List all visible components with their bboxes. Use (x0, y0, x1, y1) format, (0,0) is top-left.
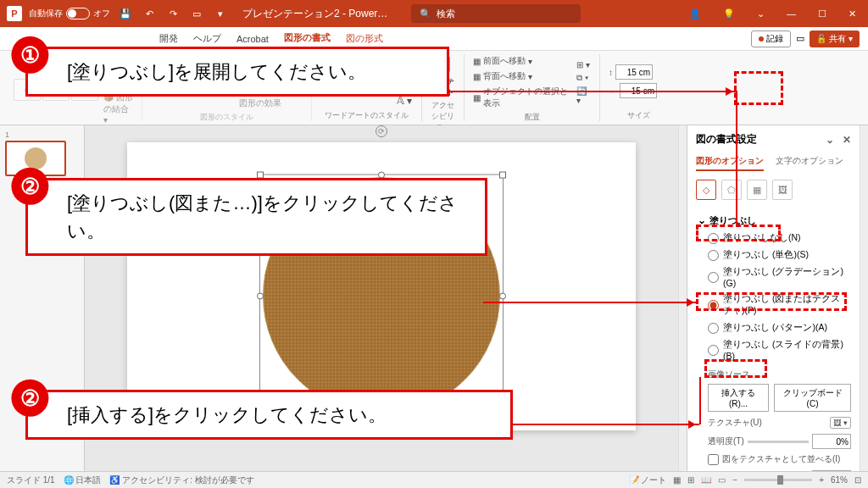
present-icon[interactable]: ▭ (796, 33, 804, 44)
title-bar: P 自動保存 オフ 💾 ↶ ↷ ▭ ▾ プレゼンテーション2 - Power… … (0, 0, 868, 27)
slideshow-icon[interactable]: ▭ (188, 5, 205, 22)
radio-picture-texture-fill[interactable]: 塗りつぶし (図またはテクスチャ)(P) (696, 291, 851, 319)
status-bar: スライド 1/1 🌐 日本語 ♿ アクセシビリティ: 検討が必要です 📝 ノート… (0, 471, 868, 488)
view-normal-icon[interactable]: ▦ (673, 475, 681, 485)
group-shape-styles: 図形のスタイル (149, 110, 304, 123)
rotate-handle[interactable]: ⟳ (376, 125, 387, 137)
resize-handle[interactable] (499, 172, 506, 179)
height-input[interactable] (615, 64, 653, 80)
tab-shape-options[interactable]: 図形のオプション (696, 155, 764, 171)
view-reading-icon[interactable]: 📖 (701, 475, 711, 485)
texture-label: テクスチャ(U) (708, 417, 762, 429)
accessibility-status[interactable]: ♿ アクセシビリティ: 検討が必要です (109, 474, 253, 486)
arrow-1-v (736, 91, 737, 226)
view-sorter-icon[interactable]: ⊞ (687, 475, 694, 485)
callout-1: ① [塗りつぶし]を展開してください。 (25, 47, 449, 97)
zoom-in-icon[interactable]: + (819, 475, 824, 485)
radio-gradient-fill[interactable]: 塗りつぶし (グラデーション)(G) (696, 263, 851, 291)
autosave-toggle[interactable]: 自動保存 オフ (29, 8, 110, 19)
zoom-slider[interactable] (744, 479, 812, 481)
tab-help[interactable]: ヘルプ (186, 29, 228, 48)
account-icon[interactable]: 👤 (684, 7, 706, 21)
callout-3: ② [挿入する]をクリックしてください。 (25, 390, 513, 440)
insert-button[interactable]: 挿入する(R)... (708, 384, 769, 412)
effects-icon[interactable]: ⬠ (721, 180, 742, 200)
more-icon[interactable]: ▾ (212, 5, 229, 22)
tab-text-options[interactable]: 文字のオプション (776, 155, 843, 171)
help-icon[interactable]: 💡 (718, 7, 740, 21)
tab-developer[interactable]: 開発 (153, 29, 185, 48)
group-arrange: 配置 (471, 110, 593, 123)
tab-acrobat[interactable]: Acrobat (230, 30, 275, 47)
search-box[interactable]: 🔍 検索 (411, 4, 581, 23)
pane-scrollbar[interactable] (860, 125, 868, 471)
arrow-2 (483, 302, 698, 303)
redo-icon[interactable]: ↷ (164, 5, 181, 22)
search-icon: 🔍 (420, 8, 431, 19)
image-source-label: 画像ソース (708, 369, 851, 380)
save-icon[interactable]: 💾 (117, 5, 134, 22)
search-placeholder: 検索 (437, 8, 455, 20)
zoom-level[interactable]: 61% (831, 475, 848, 485)
arrow-1 (445, 91, 737, 92)
radio-solid-fill[interactable]: 塗りつぶし (単色)(S) (696, 247, 851, 263)
group-size: サイズ (607, 108, 670, 121)
format-pane: 図の書式設定 ⌄✕ 図形のオプション 文字のオプション ◇ ⬠ ▦ 🖼 塗りつぶ… (687, 125, 860, 471)
resize-handle[interactable] (499, 293, 506, 300)
transparency-input[interactable] (812, 434, 851, 449)
fill-section-header[interactable]: 塗りつぶし (696, 212, 851, 230)
share-button[interactable]: 🔓 共有 ▾ (810, 30, 860, 47)
format-pane-title: 図の書式設定 (696, 132, 757, 147)
maximize-button[interactable]: ☐ (813, 7, 832, 21)
radio-no-fill[interactable]: 塗りつぶしなし(N) (696, 230, 851, 247)
callout-2: ② [塗りつぶし(図また…)]をクリックしてください。 (25, 178, 487, 256)
fit-icon[interactable]: ⊡ (854, 475, 861, 485)
transparency-label: 透明度(T) (708, 435, 744, 447)
pane-options-icon[interactable]: ⌄ (826, 134, 834, 146)
view-slideshow-icon[interactable]: ▭ (718, 475, 726, 485)
app-icon: P (7, 6, 22, 21)
picture-icon[interactable]: 🖼 (772, 180, 793, 200)
pane-close-icon[interactable]: ✕ (843, 134, 851, 146)
undo-icon[interactable]: ↶ (141, 5, 158, 22)
lang-indicator[interactable]: 🌐 日本語 (64, 474, 102, 486)
radio-pattern-fill[interactable]: 塗りつぶし (パターン)(A) (696, 319, 851, 336)
canvas-scrollbar[interactable] (678, 125, 687, 471)
tile-checkbox[interactable]: 図をテクスチャとして並べる(I) (708, 453, 851, 465)
document-title: プレゼンテーション2 - Power… (242, 7, 387, 21)
size-props-icon[interactable]: ▦ (747, 180, 767, 200)
clipboard-button[interactable]: クリップボード(C) (774, 384, 851, 412)
fill-line-icon[interactable]: ◇ (696, 180, 716, 200)
tab-picture-format[interactable]: 図の形式 (339, 29, 390, 48)
radio-slide-bg-fill[interactable]: 塗りつぶし (スライドの背景)(B) (696, 336, 851, 363)
record-button[interactable]: 記録 (751, 30, 791, 47)
texture-picker[interactable]: 🖼 ▾ (830, 417, 851, 429)
ribbon-options-icon[interactable]: ⌄ (752, 7, 770, 21)
minimize-button[interactable]: — (782, 7, 801, 20)
arrow-3a (509, 424, 699, 425)
slide-counter: スライド 1/1 (7, 474, 55, 486)
resize-handle[interactable] (257, 293, 264, 300)
close-button[interactable]: ✕ (843, 7, 861, 21)
zoom-out-icon[interactable]: − (732, 475, 737, 485)
notes-button[interactable]: 📝 ノート (629, 474, 667, 486)
group-wordart: ワードアートのスタイル (319, 108, 415, 121)
arrow-3-v (699, 377, 701, 424)
